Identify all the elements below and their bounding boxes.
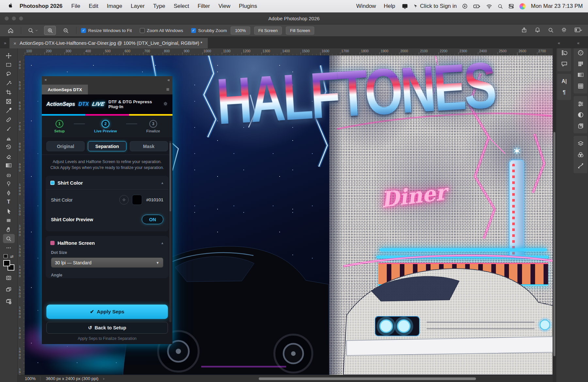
menu-item-plugins[interactable]: Plugins (235, 3, 261, 9)
status-doc-info[interactable]: 3600 px x 2400 px (300 ppi) (41, 376, 103, 381)
vertical-scrollbar-thumb[interactable] (553, 132, 555, 356)
comments-panel-icon[interactable] (557, 58, 571, 69)
share-photo-button[interactable] (3, 297, 15, 306)
zoom-tool-icon[interactable] (26, 26, 40, 35)
zoom-window-button[interactable] (19, 16, 23, 21)
screen-mode-button[interactable] (3, 285, 15, 294)
color-panel-icon[interactable] (574, 47, 587, 58)
horizontal-ruler[interactable]: 1002003004005006007008009001000110012001… (18, 48, 553, 56)
vertical-scrollbar[interactable] (553, 56, 556, 375)
foreground-background-swatches[interactable] (3, 260, 14, 271)
paragraph-panel-icon[interactable]: ¶ (557, 87, 571, 98)
workspace-switcher-icon[interactable] (574, 27, 582, 34)
quick-mask-button[interactable] (3, 273, 15, 282)
menu-item-type[interactable]: Type (149, 3, 170, 9)
shape-tool[interactable] (3, 216, 15, 225)
eyedropper-tool[interactable] (3, 106, 15, 115)
close-window-button[interactable] (5, 16, 9, 21)
default-colors-icon[interactable] (4, 254, 8, 258)
menu-item-select[interactable]: Select (170, 3, 193, 9)
menu-clock[interactable]: Mon Mar 23 7:13 PM (531, 3, 583, 9)
paths-panel-icon[interactable] (574, 160, 587, 171)
collapse-chevron-icon-2[interactable]: ▲ (161, 241, 164, 245)
plugin-scrollbar[interactable] (169, 141, 172, 322)
menu-item-window[interactable]: Window (355, 3, 377, 9)
smudge-tool[interactable] (3, 170, 15, 179)
plugin-tab[interactable]: ActionSeps DTX (42, 85, 88, 94)
swatches-panel-icon[interactable] (574, 58, 587, 69)
zoom-in-option-icon[interactable] (44, 26, 56, 35)
display-icon[interactable] (402, 3, 408, 9)
plugin-close-icon[interactable]: × (44, 77, 47, 82)
fill-screen-button[interactable]: Fill Screen (286, 26, 314, 35)
apple-menu-icon[interactable] (4, 3, 17, 10)
share-icon[interactable] (521, 27, 527, 34)
menu-item-view[interactable]: View (214, 3, 235, 9)
clone-stamp-tool[interactable] (3, 133, 15, 142)
crop-tool[interactable] (3, 88, 15, 97)
shirt-color-preview-toggle[interactable]: ON (142, 215, 163, 224)
zoom-tool[interactable] (3, 234, 15, 243)
checkbox-zoom-all-windows[interactable]: Zoom All Windows (140, 28, 183, 33)
tab-overflow-icon[interactable]: » (0, 41, 9, 48)
step-live-preview[interactable]: 2 Live Preview (94, 120, 117, 133)
close-document-icon[interactable]: × (13, 41, 16, 46)
menu-item-layer[interactable]: Layer (126, 3, 149, 9)
history-panel-icon[interactable] (557, 47, 571, 58)
search-icon[interactable] (548, 27, 554, 34)
move-tool[interactable] (3, 51, 15, 60)
gradients-panel-icon[interactable] (574, 69, 587, 80)
default-swap-colors[interactable]: ⇄ (4, 254, 13, 259)
panel-collapse-left-1[interactable]: « (558, 41, 560, 45)
checkbox-icon[interactable]: ✓ (81, 28, 86, 33)
properties-panel-icon[interactable] (574, 98, 587, 109)
color-app-icon[interactable] (519, 3, 526, 9)
sign-in-label[interactable]: Click to Sign in (420, 3, 457, 9)
character-panel-icon[interactable]: A| (557, 76, 571, 87)
gradient-tool[interactable] (3, 161, 15, 170)
wifi-icon[interactable] (486, 3, 492, 9)
status-chevron-icon[interactable]: › (103, 376, 104, 381)
healing-brush-tool[interactable] (3, 115, 15, 124)
plugin-collapse-icon[interactable]: « (168, 77, 170, 82)
spotlight-search-icon[interactable] (498, 4, 503, 9)
patterns-panel-icon[interactable] (574, 80, 587, 91)
minimize-window-button[interactable] (12, 16, 16, 21)
more-tool[interactable] (3, 243, 15, 252)
play-circle-icon[interactable] (462, 3, 468, 9)
checkbox-scrubby-zoom[interactable]: ✓Scrubby Zoom (191, 28, 227, 33)
foreground-color-swatch[interactable] (3, 260, 10, 266)
layers-panel-icon[interactable] (574, 138, 587, 149)
menu-item-file[interactable]: File (67, 3, 84, 9)
dot-size-select[interactable]: 30 lpi — Standard ▼ (51, 257, 163, 268)
swap-colors-icon[interactable]: ⇄ (10, 254, 13, 259)
apply-seps-button[interactable]: ✔ Apply Seps (46, 305, 168, 319)
menu-item-edit[interactable]: Edit (85, 3, 103, 9)
plugin-settings-gear-icon[interactable] (163, 101, 168, 108)
menu-item-image[interactable]: Image (103, 3, 126, 9)
eraser-tool[interactable] (3, 152, 15, 161)
vertical-ruler[interactable]: 4 0 05 0 06 0 07 0 08 0 09 0 01 0 0 01 1… (18, 56, 25, 375)
magic-wand-tool[interactable] (3, 78, 15, 88)
home-icon[interactable] (5, 26, 16, 35)
channels-panel-icon[interactable] (574, 149, 587, 160)
view-tab-mask[interactable]: Mask (130, 141, 168, 151)
battery-icon[interactable] (473, 3, 481, 9)
marquee-tool[interactable] (3, 60, 15, 69)
discover-bulb-icon[interactable] (561, 27, 567, 34)
hand-tool[interactable] (3, 225, 15, 234)
notifications-bell-icon[interactable] (534, 27, 541, 34)
shirt-color-swatch[interactable] (132, 195, 142, 205)
adjustments-panel-icon[interactable] (574, 109, 587, 120)
document-tab[interactable]: × ActionSeps-DTX-Live-Halftones-Car-Dine… (9, 38, 207, 48)
panel-collapse-left-2[interactable]: « (577, 41, 580, 45)
step-setup[interactable]: 1 Setup (54, 120, 65, 133)
brush-tool[interactable] (3, 124, 15, 133)
step-finalize[interactable]: 3 Finalize (146, 120, 160, 133)
frame-tool[interactable] (3, 97, 15, 106)
control-center-icon[interactable] (508, 3, 514, 9)
path-select-tool[interactable] (3, 207, 15, 216)
status-zoom-level[interactable]: 100% (18, 376, 40, 381)
back-to-setup-button[interactable]: ↺ Back to Setup (46, 322, 168, 334)
lasso-tool[interactable] (3, 69, 15, 78)
